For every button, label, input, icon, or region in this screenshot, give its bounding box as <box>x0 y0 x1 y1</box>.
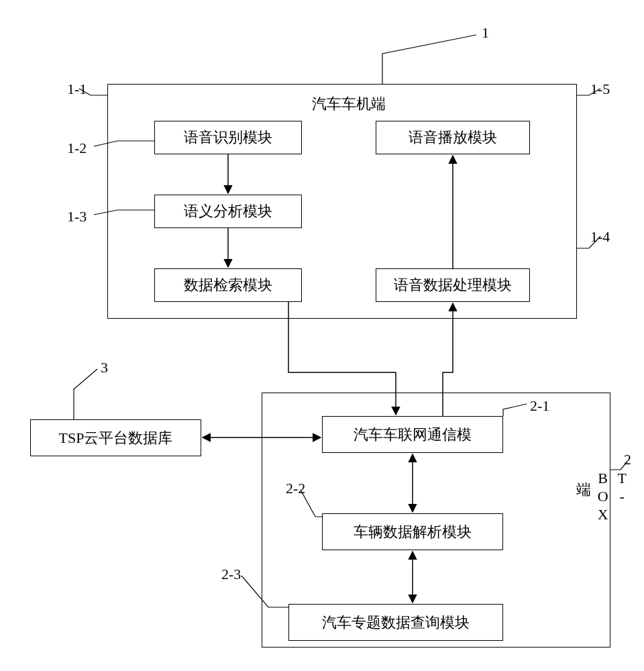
box-voice-recognition-text: 语音识别模块 <box>184 127 272 148</box>
label-1-1: 1-1 <box>67 81 87 98</box>
label-1-2: 1-2 <box>67 140 87 157</box>
label-1: 1 <box>482 24 489 42</box>
label-2-1: 2-1 <box>530 397 549 415</box>
box-voice-playback: 语音播放模块 <box>376 121 530 154</box>
label-3: 3 <box>101 359 108 376</box>
box-vehicle-data-parse-text: 车辆数据解析模块 <box>354 522 472 542</box>
box-data-retrieval-text: 数据检索模块 <box>184 275 272 295</box>
box-data-retrieval: 数据检索模块 <box>154 268 302 302</box>
box-voice-data-processing: 语音数据处理模块 <box>376 268 530 302</box>
label-1-4: 1-4 <box>590 228 610 246</box>
label-1-3: 1-3 <box>67 208 87 225</box>
box-semantic-analysis-text: 语义分析模块 <box>184 201 272 221</box>
box-voice-playback-text: 语音播放模块 <box>409 127 497 148</box>
box-iov-comm-text: 汽车车联网通信模 <box>354 425 472 445</box>
label-1-5: 1-5 <box>590 81 610 98</box>
label-2-2: 2-2 <box>286 480 305 497</box>
box-tsp-cloud: TSP云平台数据库 <box>30 419 201 456</box>
container-bottom-title-text: T-BOX端 <box>576 470 631 524</box>
label-2: 2 <box>624 451 631 468</box>
box-topic-query: 汽车专题数据查询模块 <box>288 604 503 641</box>
box-semantic-analysis: 语义分析模块 <box>154 195 302 228</box>
container-top-title: 汽车车机端 <box>309 94 389 114</box>
box-voice-recognition: 语音识别模块 <box>154 121 302 154</box>
box-tsp-cloud-text: TSP云平台数据库 <box>59 428 173 448</box>
container-bottom-title: T-BOX端 <box>574 470 631 524</box>
label-2-3: 2-3 <box>221 566 241 583</box>
box-topic-query-text: 汽车专题数据查询模块 <box>322 613 470 633</box>
box-voice-data-processing-text: 语音数据处理模块 <box>394 275 512 295</box>
box-iov-comm: 汽车车联网通信模 <box>322 416 503 453</box>
box-vehicle-data-parse: 车辆数据解析模块 <box>322 513 503 550</box>
diagram-canvas: 汽车车机端 语音识别模块 语义分析模块 数据检索模块 语音播放模块 语音数据处理… <box>0 0 644 671</box>
